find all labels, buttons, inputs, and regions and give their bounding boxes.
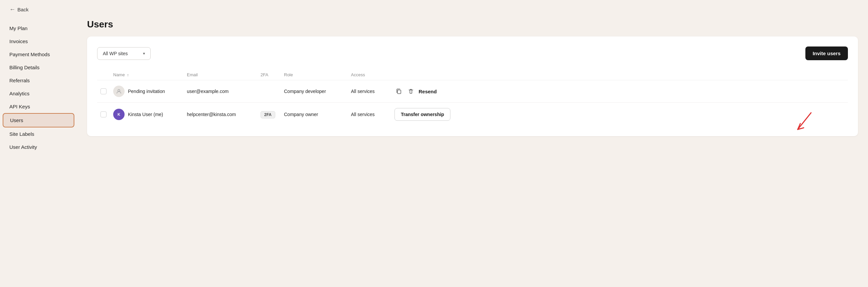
row1-actions: Resend (391, 80, 848, 103)
back-button[interactable]: ← Back (9, 6, 28, 13)
row1-checkbox[interactable] (100, 88, 106, 94)
row1-access: All services (348, 80, 391, 103)
row1-name-cell: Pending invitation (110, 80, 184, 103)
col-header-access: Access (348, 70, 391, 80)
row1-checkbox-cell (97, 80, 110, 103)
svg-rect-1 (398, 90, 401, 94)
row1-name-wrapper: Pending invitation (113, 86, 180, 97)
row2-actions: Transfer ownership (391, 103, 848, 127)
copy-icon-button[interactable] (395, 87, 403, 96)
row2-name-cell: K Kinsta User (me) (110, 103, 184, 127)
col-header-role: Role (281, 70, 348, 80)
sidebar-item-referrals[interactable]: Referrals (3, 74, 74, 87)
row2-checkbox-cell (97, 103, 110, 127)
table-header-row: Name ↑ Email 2FA Role Access (97, 70, 848, 80)
sidebar: My Plan Invoices Payment Methods Billing… (0, 19, 77, 287)
top-bar: ← Back (0, 0, 868, 19)
back-arrow-icon: ← (9, 6, 16, 13)
row2-name-wrapper: K Kinsta User (me) (113, 109, 180, 120)
sidebar-item-my-plan[interactable]: My Plan (3, 22, 74, 35)
sidebar-item-users[interactable]: Users (3, 113, 74, 128)
sidebar-item-payment-methods[interactable]: Payment Methods (3, 48, 74, 61)
table-row: Pending invitation user@example.com Comp… (97, 80, 848, 103)
row1-actions-wrapper: Resend (395, 87, 844, 96)
sidebar-item-api-keys[interactable]: API Keys (3, 100, 74, 113)
row1-email: user@example.com (184, 80, 257, 103)
site-filter-dropdown[interactable]: All WP sites ▾ (97, 47, 151, 60)
back-label: Back (18, 7, 28, 12)
row2-role: Company owner (281, 103, 348, 127)
content-card: All WP sites ▾ Invite users Name ↑ Email (87, 36, 858, 136)
delete-icon-button[interactable] (407, 87, 415, 96)
col-header-2fa: 2FA (257, 70, 281, 80)
resend-button[interactable]: Resend (418, 88, 437, 94)
chevron-down-icon: ▾ (143, 51, 145, 56)
sidebar-item-site-labels[interactable]: Site Labels (3, 128, 74, 141)
row2-avatar: K (113, 109, 125, 120)
main-layout: My Plan Invoices Payment Methods Billing… (0, 19, 868, 287)
invite-users-button[interactable]: Invite users (805, 46, 848, 60)
col-header-name[interactable]: Name ↑ (110, 70, 184, 80)
main-content: Users All WP sites ▾ Invite users Name (77, 19, 868, 287)
sidebar-item-user-activity[interactable]: User Activity (3, 141, 74, 153)
sidebar-item-billing-details[interactable]: Billing Details (3, 61, 74, 74)
row1-name: Pending invitation (128, 88, 165, 94)
toolbar: All WP sites ▾ Invite users (97, 46, 848, 60)
sidebar-item-analytics[interactable]: Analytics (3, 87, 74, 100)
dropdown-label: All WP sites (103, 51, 128, 56)
row2-email: helpcenter@kinsta.com (184, 103, 257, 127)
row1-avatar (113, 86, 125, 97)
col-header-email: Email (184, 70, 257, 80)
row2-name: Kinsta User (me) (128, 112, 163, 117)
page-title: Users (87, 19, 858, 30)
col-header-actions (391, 70, 848, 80)
row2-2fa: 2FA (257, 103, 281, 127)
table-row: K Kinsta User (me) helpcenter@kinsta.com… (97, 103, 848, 127)
col-header-checkbox (97, 70, 110, 80)
row1-role: Company developer (281, 80, 348, 103)
users-table: Name ↑ Email 2FA Role Access (97, 70, 848, 126)
transfer-ownership-button[interactable]: Transfer ownership (395, 108, 451, 121)
svg-point-0 (118, 89, 120, 92)
2fa-badge: 2FA (260, 111, 275, 118)
sort-icon: ↑ (127, 73, 129, 77)
row1-2fa (257, 80, 281, 103)
sidebar-item-invoices[interactable]: Invoices (3, 35, 74, 48)
row2-checkbox[interactable] (100, 111, 106, 117)
row2-access: All services (348, 103, 391, 127)
